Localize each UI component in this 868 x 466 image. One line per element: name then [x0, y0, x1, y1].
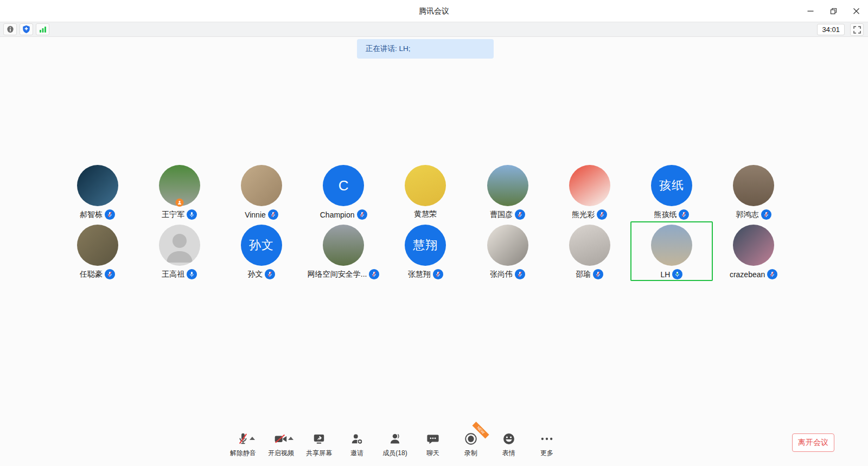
photo-avatar [77, 165, 118, 206]
toolbar-item-label: 解除静音 [230, 449, 256, 458]
participant-name: 郭鸿志 [736, 210, 759, 220]
initials-avatar: 慧翔 [405, 225, 446, 266]
members-icon [388, 432, 402, 446]
toolbar-item-label: 开启视频 [268, 449, 294, 458]
participant-tile-11[interactable]: 王高祖 [138, 221, 220, 281]
participant-tile-15[interactable]: 张尚伟 [467, 221, 548, 281]
toolbar-item-screen-share[interactable]: 共享屏幕 [300, 432, 338, 458]
participant-tile-12[interactable]: 孙文 孙文 [220, 221, 302, 281]
photo-avatar [651, 225, 692, 266]
toolbar-item-record[interactable]: NEW 录制 [452, 432, 490, 458]
mic-muted-icon [268, 209, 278, 220]
meeting-timer: 34:01 [817, 24, 845, 35]
close-icon[interactable] [848, 3, 864, 18]
participant-grid: 郝智栋 王宁军 Vinnie C Champion 黄慧荣 曹国彦 [56, 162, 796, 281]
toolbar-item-label: 成员(18) [382, 449, 407, 458]
participant-tile-9[interactable]: 郭鸿志 [713, 162, 795, 221]
mic-on-icon [187, 269, 197, 279]
participant-name: LH [660, 270, 670, 279]
chat-icon [426, 432, 440, 446]
status-strip: 34:01 [0, 22, 868, 37]
participant-tile-selected[interactable]: LH [630, 221, 712, 281]
speaking-banner: 正在讲话: LH; [357, 39, 494, 59]
participant-tile-14[interactable]: 慧翔 张慧翔 [385, 221, 467, 281]
participant-tile-1[interactable]: 郝智栋 [56, 162, 138, 221]
participant-name: 张尚伟 [490, 270, 513, 279]
invite-icon [350, 432, 364, 446]
toolbar-item-label: 共享屏幕 [306, 449, 332, 458]
mic-muted-icon [593, 269, 603, 279]
participant-name: 王高祖 [162, 270, 184, 279]
participant-tile-18[interactable]: crazebean [713, 221, 795, 281]
screen-share-icon [312, 432, 326, 446]
shield-icon[interactable] [20, 23, 33, 35]
photo-avatar [733, 165, 774, 206]
default-avatar [159, 225, 200, 266]
leave-meeting-button[interactable]: 离开会议 [792, 433, 834, 452]
participant-name: 黄慧荣 [414, 209, 437, 219]
participant-name: Champion [320, 210, 355, 219]
participant-name: Vinnie [245, 210, 266, 219]
toolbar-item-invite[interactable]: 邀请 [338, 432, 376, 458]
toolbar-item-emoji[interactable]: 表情 [490, 432, 528, 458]
participant-tile-13[interactable]: 网络空间安全学... [303, 221, 385, 281]
participant-name: 张慧翔 [408, 270, 431, 279]
caret-up-icon[interactable] [288, 437, 293, 440]
mic-muted-icon [357, 209, 367, 220]
participant-name: 熊光彩 [572, 210, 595, 220]
participant-name: 曹国彦 [490, 210, 513, 220]
photo-avatar [569, 225, 610, 266]
toolbar-item-label: 表情 [502, 449, 515, 458]
host-badge-icon [175, 199, 183, 207]
photo-avatar [241, 165, 282, 206]
toolbar-item-label: 邀请 [350, 449, 363, 458]
caret-up-icon[interactable] [250, 437, 255, 440]
mic-muted-icon [265, 269, 275, 279]
photo-avatar [405, 165, 446, 206]
participant-tile-7[interactable]: 熊光彩 [548, 162, 630, 221]
participant-name: 熊孩纸 [654, 210, 676, 220]
mic-muted-icon [767, 269, 777, 279]
network-signal-icon[interactable] [36, 23, 49, 35]
minimize-icon[interactable] [803, 3, 818, 18]
mic-muted-icon [679, 209, 689, 220]
participant-tile-6[interactable]: 曹国彦 [467, 162, 548, 221]
mic-muted-icon [515, 269, 525, 279]
toolbar-item-camera-off[interactable]: 开启视频 [262, 432, 300, 458]
toolbar-item-mic-off[interactable]: 解除静音 [224, 432, 262, 458]
participant-tile-2[interactable]: 王宁军 [138, 162, 220, 221]
toolbar-item-members[interactable]: 成员(18) [376, 432, 414, 458]
participant-tile-5[interactable]: 黄慧荣 [385, 162, 467, 221]
participant-name: 网络空间安全学... [308, 270, 367, 279]
mic-off-icon [236, 432, 250, 446]
toolbar-item-label: 更多 [540, 449, 553, 458]
participant-tile-10[interactable]: 任聪豪 [56, 221, 138, 281]
photo-avatar [569, 165, 610, 206]
more-icon [540, 432, 554, 446]
participant-tile-16[interactable]: 邵瑜 [548, 221, 630, 281]
toolbar-item-chat[interactable]: 聊天 [414, 432, 452, 458]
mic-muted-icon [515, 209, 525, 220]
participant-tile-3[interactable]: Vinnie [220, 162, 302, 221]
photo-avatar [733, 225, 774, 266]
restore-icon[interactable] [826, 3, 841, 18]
mic-muted-icon [105, 209, 115, 220]
participant-tile-8[interactable]: 孩纸 熊孩纸 [630, 162, 712, 221]
grid-row-2: 任聪豪 王高祖 孙文 孙文 网络空间安全学... 慧翔 张慧翔 张尚伟 [56, 221, 796, 281]
emoji-icon [502, 432, 516, 446]
participant-tile-4[interactable]: C Champion [303, 162, 385, 221]
info-icon[interactable] [3, 23, 17, 35]
initials-avatar: C [323, 165, 364, 206]
toolbar-item-label: 聊天 [426, 449, 439, 458]
participant-name: 孙文 [247, 270, 263, 279]
toolbar-item-more[interactable]: 更多 [528, 432, 566, 458]
photo-avatar [487, 225, 528, 266]
window-title: 腾讯会议 [0, 0, 868, 22]
mic-on-icon [187, 209, 197, 220]
mic-muted-icon [369, 269, 379, 279]
fullscreen-icon[interactable] [850, 23, 864, 36]
titlebar: 腾讯会议 [0, 0, 868, 22]
grid-row-1: 郝智栋 王宁军 Vinnie C Champion 黄慧荣 曹国彦 [56, 162, 796, 221]
photo-avatar [487, 165, 528, 206]
mic-muted-icon [105, 269, 115, 279]
